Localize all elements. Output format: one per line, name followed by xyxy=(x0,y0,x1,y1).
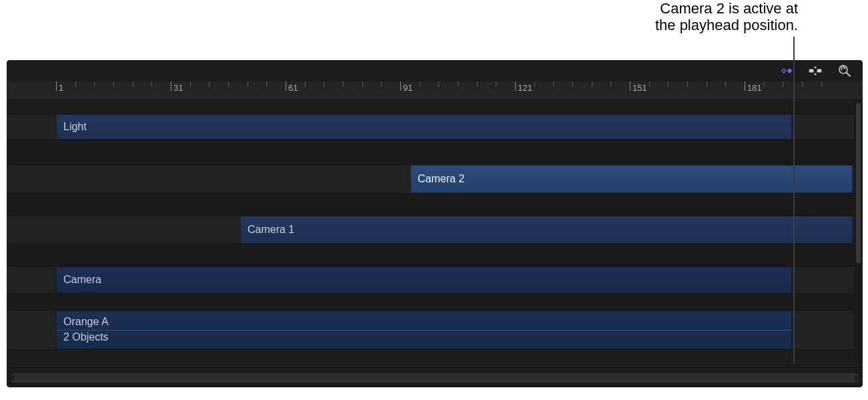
ruler-minor-tick xyxy=(190,81,191,87)
ruler-minor-tick xyxy=(209,81,209,87)
lane-gap xyxy=(7,194,854,215)
ruler-minor-tick xyxy=(94,81,95,87)
ruler-major-tick xyxy=(515,81,516,91)
keyframe-marker-icon[interactable] xyxy=(779,63,793,78)
ruler-minor-tick xyxy=(477,81,478,87)
lane-gap xyxy=(7,140,854,167)
ruler-major-tick xyxy=(171,81,171,91)
timeline-ruler[interactable]: 1316191121151181 xyxy=(7,81,863,99)
lane-gap xyxy=(7,244,854,266)
ruler-label: 61 xyxy=(288,83,298,93)
ruler-minor-tick xyxy=(534,81,535,87)
timeline-panel: 1316191121151181 LightCamera 2Camera 1Ca… xyxy=(7,60,863,387)
ruler-minor-tick xyxy=(707,81,707,87)
ruler-minor-tick xyxy=(821,81,822,87)
ruler-major-tick xyxy=(400,81,401,91)
zoom-tool-icon[interactable] xyxy=(837,63,852,78)
horizontal-scrollbar-grip-left[interactable] xyxy=(9,373,15,383)
timeline-toolbar xyxy=(7,60,863,81)
ruler-minor-tick xyxy=(783,81,783,87)
annotation-callout-text: Camera 2 is active at the playhead posit… xyxy=(598,0,798,34)
ruler-minor-tick xyxy=(266,81,267,87)
clip-label: Light xyxy=(63,121,87,133)
clip-label: Orange A xyxy=(63,315,791,329)
annotation-line2: the playhead position. xyxy=(655,17,798,33)
lane-gap xyxy=(7,294,854,310)
svg-rect-5 xyxy=(855,375,857,381)
ruler-label: 1 xyxy=(59,83,63,93)
clip-label: Camera 1 xyxy=(248,224,294,236)
clip[interactable]: Light xyxy=(56,114,792,140)
ruler-minor-tick xyxy=(572,81,573,87)
ruler-label: 121 xyxy=(518,83,532,93)
timeline-tracks-area[interactable]: LightCamera 2Camera 1CameraOrange A2 Obj… xyxy=(7,99,854,367)
svg-rect-4 xyxy=(13,375,14,381)
horizontal-scrollbar[interactable] xyxy=(7,367,863,387)
ruler-minor-tick xyxy=(113,81,114,87)
ruler-minor-tick xyxy=(248,81,248,87)
ruler-major-tick xyxy=(286,81,286,91)
horizontal-scrollbar-track[interactable] xyxy=(9,373,860,383)
ruler-minor-tick xyxy=(553,81,554,87)
clip-label: Camera 2 xyxy=(418,173,464,185)
ruler-minor-tick xyxy=(687,81,688,87)
ruler-minor-tick xyxy=(362,81,363,87)
ruler-major-tick xyxy=(630,81,630,91)
vertical-scrollbar[interactable] xyxy=(854,99,863,367)
ruler-minor-tick xyxy=(420,81,420,87)
clip-group[interactable]: Orange A2 Objects xyxy=(56,311,792,349)
ruler-minor-tick xyxy=(438,81,439,87)
clip[interactable]: Camera 2 xyxy=(410,165,853,193)
ruler-major-tick xyxy=(56,81,57,91)
ruler-minor-tick xyxy=(343,81,344,87)
ruler-label: 181 xyxy=(747,83,762,93)
ruler-minor-tick xyxy=(649,81,650,87)
ruler-major-tick xyxy=(745,81,745,91)
ruler-minor-tick xyxy=(592,81,592,87)
clip[interactable]: Camera 1 xyxy=(240,216,853,244)
ruler-minor-tick xyxy=(802,81,803,87)
ruler-minor-tick xyxy=(496,81,496,87)
svg-rect-0 xyxy=(809,69,814,72)
annotation-line1: Camera 2 is active at xyxy=(660,0,798,17)
svg-rect-1 xyxy=(817,69,822,72)
clip-divider xyxy=(57,330,791,331)
ruler-minor-tick xyxy=(668,81,669,87)
ruler-label: 31 xyxy=(173,83,183,93)
clip-sublabel: 2 Objects xyxy=(63,330,791,345)
clip-tool-icon[interactable] xyxy=(808,63,823,78)
horizontal-scrollbar-grip-right[interactable] xyxy=(855,373,860,383)
clip-label: Camera xyxy=(63,274,101,286)
ruler-minor-tick xyxy=(151,81,152,87)
svg-rect-6 xyxy=(858,375,859,381)
ruler-label: 151 xyxy=(632,83,647,93)
ruler-minor-tick xyxy=(324,81,324,87)
ruler-minor-tick xyxy=(610,81,611,87)
playhead-callout-line xyxy=(793,37,795,364)
ruler-minor-tick xyxy=(133,81,133,87)
svg-rect-3 xyxy=(10,375,11,381)
ruler-minor-tick xyxy=(305,81,306,87)
ruler-minor-tick xyxy=(381,81,382,87)
ruler-minor-tick xyxy=(75,81,76,87)
ruler-minor-tick xyxy=(725,81,726,87)
vertical-scrollbar-thumb[interactable] xyxy=(856,103,861,263)
ruler-minor-tick xyxy=(228,81,229,87)
ruler-minor-tick xyxy=(764,81,765,87)
ruler-minor-tick xyxy=(458,81,458,87)
clip[interactable]: Camera xyxy=(56,266,792,293)
ruler-label: 91 xyxy=(403,83,412,93)
